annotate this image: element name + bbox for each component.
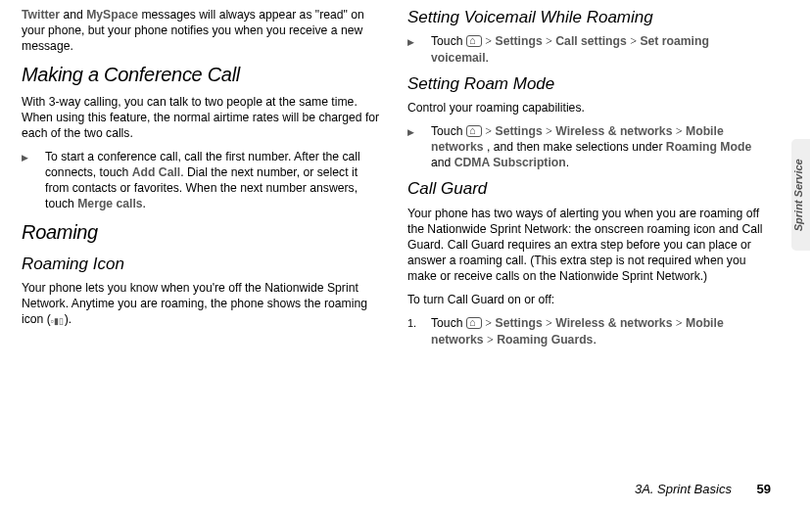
roaming-signal-icon: ▫▮▯ — [51, 317, 65, 328]
right-column: Setting Voicemail While Roaming ▶ Touch … — [407, 7, 770, 353]
step-call-guard: 1. Touch > Settings > Wireless & network… — [407, 315, 770, 347]
call-guard-desc: Your phone has two ways of alerting you … — [407, 206, 770, 284]
call-guard-onoff-label: To turn Call Guard on or off: — [407, 292, 770, 307]
heading-conference-call: Making a Conference Call — [22, 62, 384, 87]
step-marker-icon: ▶ — [407, 123, 431, 170]
twitter-label: Twitter — [22, 8, 60, 22]
home-key-icon — [466, 35, 482, 47]
step-conference: ▶ To start a conference call, call the f… — [22, 149, 384, 211]
roam-mode-desc: Control your roaming capabilities. — [407, 100, 770, 116]
heading-roam-mode: Setting Roam Mode — [407, 73, 770, 95]
left-column: Twitter and MySpace messages will always… — [22, 7, 384, 353]
heading-roaming: Roaming — [22, 219, 384, 245]
side-tab-label: Sprint Service — [791, 159, 806, 231]
page-footer: 3A. Sprint Basics 59 — [635, 481, 771, 497]
heading-call-guard: Call Guard — [407, 178, 770, 200]
side-tab: Sprint Service — [791, 139, 810, 251]
home-key-icon — [466, 317, 482, 329]
step-number: 1. — [407, 315, 431, 347]
footer-section: 3A. Sprint Basics — [635, 482, 732, 496]
step-marker-icon: ▶ — [22, 149, 45, 211]
step-marker-icon: ▶ — [407, 33, 431, 65]
myspace-label: MySpace — [86, 8, 138, 22]
roaming-icon-desc: Your phone lets you know when you're off… — [22, 280, 384, 328]
step-roam-mode: ▶ Touch > Settings > Wireless & networks… — [407, 123, 770, 170]
heading-voicemail-roaming: Setting Voicemail While Roaming — [407, 7, 770, 28]
step-vm: ▶ Touch > Settings > Call settings > Set… — [407, 33, 770, 65]
twitter-myspace-note: Twitter and MySpace messages will always… — [22, 7, 384, 54]
home-key-icon — [466, 125, 482, 137]
heading-roaming-icon: Roaming Icon — [22, 254, 384, 275]
conference-desc: With 3-way calling, you can talk to two … — [22, 94, 384, 141]
page-number: 59 — [757, 482, 771, 496]
